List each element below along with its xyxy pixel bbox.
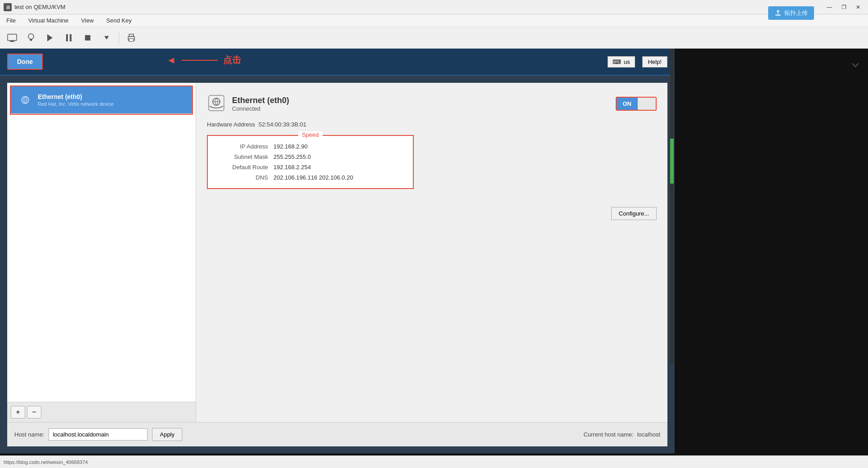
hardware-label: Hardware Address bbox=[207, 121, 255, 128]
subnet-value: 255.255.255.0 bbox=[273, 153, 311, 160]
right-side-panel bbox=[675, 49, 868, 455]
ip-value: 192.168.2.90 bbox=[273, 143, 308, 150]
maximize-button[interactable]: ❐ bbox=[837, 2, 850, 12]
pause-button[interactable] bbox=[60, 30, 77, 46]
svg-rect-4 bbox=[30, 39, 32, 40]
menu-file[interactable]: File bbox=[4, 16, 18, 25]
help-button[interactable]: Help! bbox=[642, 56, 667, 68]
play-button[interactable] bbox=[41, 30, 58, 46]
svg-rect-1 bbox=[10, 40, 14, 41]
device-list-panel: Ethernet (eth0) Red Hat, Inc. Virtio net… bbox=[7, 83, 196, 422]
hostname-input[interactable] bbox=[49, 428, 148, 441]
toolbar bbox=[0, 27, 868, 49]
vm-topbar-right: ⌨ us Help! bbox=[608, 56, 667, 68]
device-item-name: Ethernet (eth0) bbox=[38, 93, 114, 100]
route-label: Default Route bbox=[219, 164, 268, 171]
dns-row: DNS 202.106.196.116 202.106.0.20 bbox=[219, 174, 402, 181]
monitor-button[interactable] bbox=[4, 30, 21, 46]
svg-rect-14 bbox=[775, 14, 781, 16]
network-main: Ethernet (eth0) Red Hat, Inc. Virtio net… bbox=[7, 83, 667, 422]
title-bar-controls: — ❐ ✕ bbox=[823, 2, 864, 12]
speed-label: Speed bbox=[298, 131, 322, 138]
scrollbar-thumb bbox=[670, 139, 674, 184]
device-detail-icon bbox=[207, 94, 226, 114]
hardware-address-row: Hardware Address 52:54:00:39:3B:01 bbox=[207, 121, 657, 128]
main-content: Ethernet (eth0) Red Hat, Inc. Virtio net… bbox=[0, 76, 675, 454]
done-button[interactable]: Done bbox=[7, 54, 43, 70]
top-right-area: 拓扑上传 bbox=[768, 6, 814, 20]
keyboard-lang: us bbox=[624, 58, 630, 65]
hostname-bar: Host name: Apply Current host name: loca… bbox=[7, 422, 667, 446]
title-text: test on QEMU/KVM bbox=[14, 4, 65, 10]
apply-button[interactable]: Apply bbox=[152, 428, 182, 441]
menu-view[interactable]: View bbox=[78, 16, 96, 25]
svg-rect-0 bbox=[8, 34, 17, 40]
svg-rect-13 bbox=[129, 39, 134, 41]
remove-device-button[interactable]: − bbox=[27, 406, 41, 418]
device-item-subtitle: Red Hat, Inc. Virtio network device bbox=[38, 101, 114, 107]
svg-marker-6 bbox=[47, 34, 53, 41]
toggle-off[interactable] bbox=[638, 98, 656, 110]
device-header-left: Ethernet (eth0) Connected bbox=[207, 94, 289, 114]
route-value: 192.168.2.254 bbox=[273, 164, 311, 171]
hostname-left: Host name: Apply bbox=[14, 428, 182, 441]
device-actions: + − bbox=[7, 402, 196, 422]
dropdown-button[interactable] bbox=[98, 30, 115, 46]
svg-rect-5 bbox=[30, 40, 32, 41]
svg-rect-8 bbox=[70, 34, 72, 41]
device-info-group: Ethernet (eth0) Connected bbox=[232, 96, 289, 112]
title-bar: 🖥 test on QEMU/KVM — ❐ ✕ bbox=[0, 0, 868, 14]
svg-point-3 bbox=[28, 34, 34, 39]
svg-rect-16 bbox=[209, 95, 224, 111]
vm-screen: Done ◄ 点击 ⌨ us Help! bbox=[0, 49, 675, 454]
status-url: https://blog.csdn.net/weixin_40668374 bbox=[4, 459, 88, 465]
hostname-label: Host name: bbox=[14, 431, 44, 438]
subnet-row: Subnet Mask 255.255.255.0 bbox=[219, 153, 402, 160]
device-detail-status: Connected bbox=[232, 105, 289, 112]
arrow-annotation: ◄ 点击 bbox=[166, 54, 241, 66]
svg-rect-12 bbox=[129, 34, 134, 36]
lightbulb-button[interactable] bbox=[22, 30, 40, 46]
svg-rect-9 bbox=[85, 35, 90, 40]
subnet-label: Subnet Mask bbox=[219, 153, 268, 160]
device-header: Ethernet (eth0) Connected ON bbox=[207, 94, 657, 114]
ip-address-row: IP Address 192.168.2.90 bbox=[219, 143, 402, 150]
dns-label: DNS bbox=[219, 174, 268, 181]
configure-button[interactable]: Configure... bbox=[611, 207, 657, 220]
svg-rect-7 bbox=[66, 34, 68, 41]
device-detail-panel: Ethernet (eth0) Connected ON Hardware Ad… bbox=[196, 83, 667, 422]
hardware-value: 52:54:00:39:3B:01 bbox=[259, 121, 306, 128]
current-hostname-value: localhost bbox=[637, 431, 660, 438]
device-item-info: Ethernet (eth0) Red Hat, Inc. Virtio net… bbox=[38, 93, 114, 107]
status-bar: https://blog.csdn.net/weixin_40668374 bbox=[0, 455, 868, 468]
vm-topbar: Done ◄ 点击 ⌨ us Help! bbox=[0, 49, 675, 76]
toggle-on[interactable]: ON bbox=[617, 98, 638, 110]
print-button[interactable] bbox=[123, 30, 140, 46]
close-button[interactable]: ✕ bbox=[852, 2, 864, 12]
current-hostname-label: Current host name: bbox=[583, 431, 633, 438]
scrollbar[interactable] bbox=[670, 49, 674, 364]
menu-send-key[interactable]: Send Key bbox=[103, 16, 134, 25]
minimize-button[interactable]: — bbox=[823, 2, 836, 12]
dns-value: 202.106.196.116 202.106.0.20 bbox=[273, 174, 353, 181]
click-annotation: 点击 bbox=[223, 54, 241, 66]
title-bar-left: 🖥 test on QEMU/KVM bbox=[4, 3, 65, 11]
upload-button[interactable]: 拓扑上传 bbox=[768, 6, 814, 20]
network-device-icon bbox=[18, 93, 32, 107]
upload-label: 拓扑上传 bbox=[784, 9, 808, 17]
window-icon: 🖥 bbox=[4, 3, 12, 11]
speed-box: Speed IP Address 192.168.2.90 Subnet Mas… bbox=[207, 135, 414, 189]
stop-button[interactable] bbox=[79, 30, 96, 46]
device-list: Ethernet (eth0) Red Hat, Inc. Virtio net… bbox=[7, 83, 196, 402]
svg-rect-2 bbox=[9, 41, 15, 42]
svg-marker-10 bbox=[104, 36, 109, 40]
menu-bar: File Virtual Machine View Send Key bbox=[0, 14, 868, 27]
keyboard-indicator: ⌨ us bbox=[608, 56, 635, 68]
route-row: Default Route 192.168.2.254 bbox=[219, 164, 402, 171]
device-item-eth0[interactable]: Ethernet (eth0) Red Hat, Inc. Virtio net… bbox=[11, 86, 192, 114]
add-device-button[interactable]: + bbox=[11, 406, 25, 418]
keyboard-icon: ⌨ bbox=[613, 58, 621, 65]
toggle-switch: ON bbox=[616, 97, 657, 111]
device-detail-name: Ethernet (eth0) bbox=[232, 96, 289, 105]
menu-virtual-machine[interactable]: Virtual Machine bbox=[26, 16, 71, 25]
